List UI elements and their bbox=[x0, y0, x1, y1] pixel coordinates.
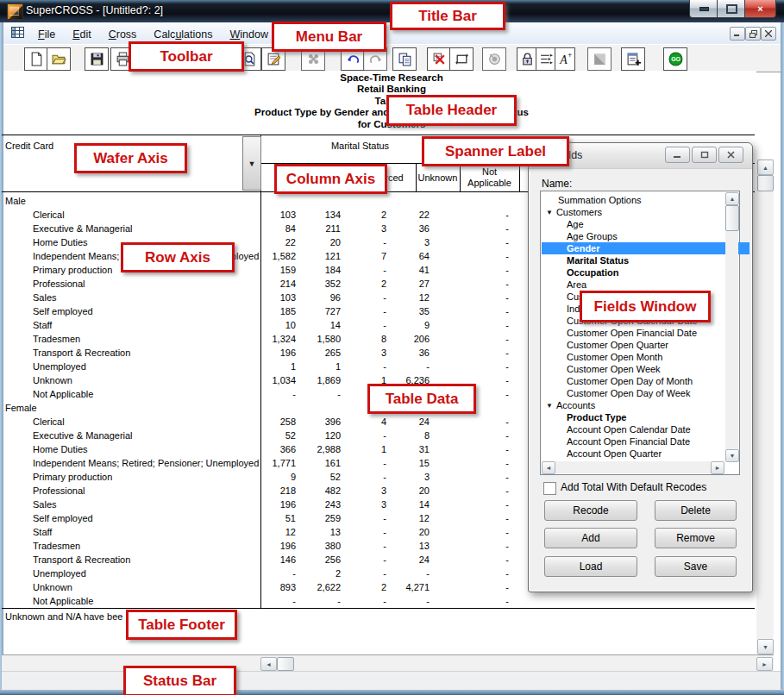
column-header-4[interactable]: Unknown bbox=[416, 164, 461, 191]
data-cell[interactable]: - bbox=[342, 320, 386, 330]
data-cell[interactable]: - bbox=[342, 568, 386, 579]
data-cell[interactable]: 36 bbox=[388, 223, 430, 234]
data-cell[interactable]: - bbox=[431, 485, 509, 496]
toolbar-lock-button-icon[interactable] bbox=[517, 47, 537, 71]
delete-button[interactable]: Delete bbox=[655, 500, 737, 521]
column-header-5[interactable]: Not Applicable bbox=[460, 164, 520, 191]
row-label[interactable]: Primary production bbox=[33, 472, 112, 482]
data-cell[interactable]: 352 bbox=[298, 279, 341, 289]
minimize-button-icon[interactable] bbox=[689, 0, 718, 18]
data-cell[interactable]: - bbox=[431, 499, 509, 510]
data-cell[interactable]: 9 bbox=[388, 320, 430, 330]
data-cell[interactable]: 1,869 bbox=[298, 375, 341, 385]
fields-list-item[interactable]: Account Open Calendar Date bbox=[567, 423, 691, 435]
add-total-checkbox[interactable] bbox=[543, 482, 556, 495]
data-cell[interactable]: 103 bbox=[260, 210, 296, 220]
remove-button[interactable]: Remove bbox=[655, 528, 737, 548]
data-cell[interactable]: 4 bbox=[342, 416, 386, 427]
data-cell[interactable]: - bbox=[431, 416, 509, 427]
data-cell[interactable]: - bbox=[260, 389, 296, 399]
menu-item-edit[interactable]: Edit bbox=[66, 26, 98, 43]
toolbar-field-options-button-icon[interactable] bbox=[536, 47, 556, 71]
data-cell[interactable]: - bbox=[260, 596, 296, 606]
fields-list-item[interactable]: Account Open Financial Date bbox=[567, 435, 690, 448]
data-cell[interactable]: 13 bbox=[298, 527, 341, 537]
fields-list-item[interactable]: Age Groups bbox=[567, 230, 618, 242]
toolbar-rotate-table-button-icon[interactable] bbox=[449, 47, 474, 71]
recode-button[interactable]: Recode bbox=[544, 500, 637, 521]
data-cell[interactable]: 185 bbox=[260, 306, 296, 316]
row-label[interactable]: Executive & Managerial bbox=[33, 223, 133, 234]
fields-list-vscrollbar[interactable]: ▲ ▼ bbox=[725, 192, 738, 461]
data-cell[interactable]: 2 bbox=[342, 210, 386, 220]
fields-list-item[interactable]: Summation Options bbox=[558, 194, 642, 206]
data-cell[interactable]: 12 bbox=[260, 527, 296, 537]
data-cell[interactable]: - bbox=[431, 513, 509, 523]
row-label[interactable]: Professional bbox=[33, 279, 85, 289]
toolbar-add-table-button-icon[interactable] bbox=[621, 47, 645, 71]
toolbar-copy-button-icon[interactable] bbox=[392, 47, 417, 71]
data-cell[interactable]: 893 bbox=[260, 582, 296, 592]
data-cell[interactable]: 396 bbox=[298, 416, 341, 427]
data-cell[interactable]: 35 bbox=[388, 306, 430, 316]
data-cell[interactable]: 12 bbox=[388, 513, 430, 523]
data-cell[interactable]: 64 bbox=[388, 251, 430, 261]
row-label[interactable]: Transport & Recreation bbox=[33, 348, 130, 358]
data-cell[interactable]: 3 bbox=[388, 237, 430, 247]
mdi-restore-button[interactable] bbox=[745, 27, 761, 41]
fields-scroll-right-icon[interactable]: ► bbox=[711, 461, 724, 474]
fields-list-item[interactable]: Customer Open Month bbox=[567, 351, 662, 363]
data-cell[interactable]: 4,271 bbox=[388, 582, 430, 592]
save-button[interactable]: Save bbox=[655, 556, 737, 577]
fields-list-item[interactable]: Account Open Quarter bbox=[567, 448, 662, 460]
data-cell[interactable]: 36 bbox=[388, 348, 430, 358]
row-label[interactable]: Clerical bbox=[33, 210, 65, 220]
data-cell[interactable]: 134 bbox=[298, 210, 341, 220]
data-cell[interactable]: 1 bbox=[260, 361, 296, 372]
data-cell[interactable]: 243 bbox=[298, 499, 341, 510]
row-label[interactable]: Primary production bbox=[33, 265, 112, 275]
data-cell[interactable]: - bbox=[342, 513, 386, 523]
tree-expanded-icon[interactable]: ▼ bbox=[546, 402, 553, 410]
toolbar-open-button-icon[interactable] bbox=[47, 47, 71, 71]
row-group-label[interactable]: Female bbox=[5, 403, 37, 413]
data-cell[interactable]: - bbox=[342, 306, 386, 316]
data-cell[interactable]: 196 bbox=[260, 499, 296, 510]
data-cell[interactable]: 366 bbox=[260, 444, 296, 454]
fields-list-item[interactable]: Age bbox=[567, 218, 584, 230]
data-cell[interactable]: 1,582 bbox=[260, 251, 296, 261]
toolbar-new-button-icon[interactable] bbox=[24, 47, 48, 71]
data-cell[interactable]: 1 bbox=[298, 361, 341, 372]
row-label[interactable]: Home Duties bbox=[33, 444, 88, 454]
fields-list-item[interactable]: Customer Open Quarter bbox=[567, 339, 668, 351]
fields-scroll-left-icon[interactable]: ◄ bbox=[542, 461, 555, 474]
toolbar-shading-button-icon[interactable] bbox=[587, 47, 612, 71]
row-label[interactable]: Clerical bbox=[33, 416, 65, 427]
row-group-label[interactable]: Male bbox=[5, 196, 26, 206]
data-cell[interactable]: - bbox=[431, 430, 509, 441]
fields-list-item[interactable]: Occupation bbox=[567, 266, 619, 279]
menu-item-window[interactable]: Window bbox=[223, 26, 274, 43]
data-cell[interactable]: 218 bbox=[260, 485, 296, 496]
row-label[interactable]: Self employed bbox=[33, 513, 93, 523]
fields-scroll-up-icon[interactable]: ▲ bbox=[725, 192, 739, 205]
data-cell[interactable]: 7 bbox=[342, 251, 386, 261]
data-cell[interactable]: - bbox=[431, 458, 509, 468]
data-cell[interactable]: 120 bbox=[298, 430, 341, 441]
scroll-down-icon[interactable]: ▼ bbox=[757, 639, 774, 654]
row-label[interactable]: Sales bbox=[33, 292, 57, 303]
data-cell[interactable]: 206 bbox=[388, 334, 430, 344]
data-cell[interactable]: 24 bbox=[388, 416, 430, 427]
fields-list-item[interactable]: Product Type bbox=[567, 411, 626, 423]
data-cell[interactable]: - bbox=[431, 348, 509, 358]
fields-list-item[interactable]: Customer Open Financial Date bbox=[567, 327, 697, 339]
data-cell[interactable]: - bbox=[431, 527, 509, 537]
data-cell[interactable]: - bbox=[342, 554, 386, 565]
row-label[interactable]: Not Applicable bbox=[33, 389, 93, 399]
data-cell[interactable]: - bbox=[431, 334, 509, 344]
add-button[interactable]: Add bbox=[544, 528, 637, 548]
fields-list-item[interactable]: ▼Accounts bbox=[546, 399, 595, 411]
data-cell[interactable]: - bbox=[298, 389, 341, 399]
data-cell[interactable]: 1,771 bbox=[260, 458, 296, 468]
fields-close-button[interactable] bbox=[718, 147, 743, 163]
